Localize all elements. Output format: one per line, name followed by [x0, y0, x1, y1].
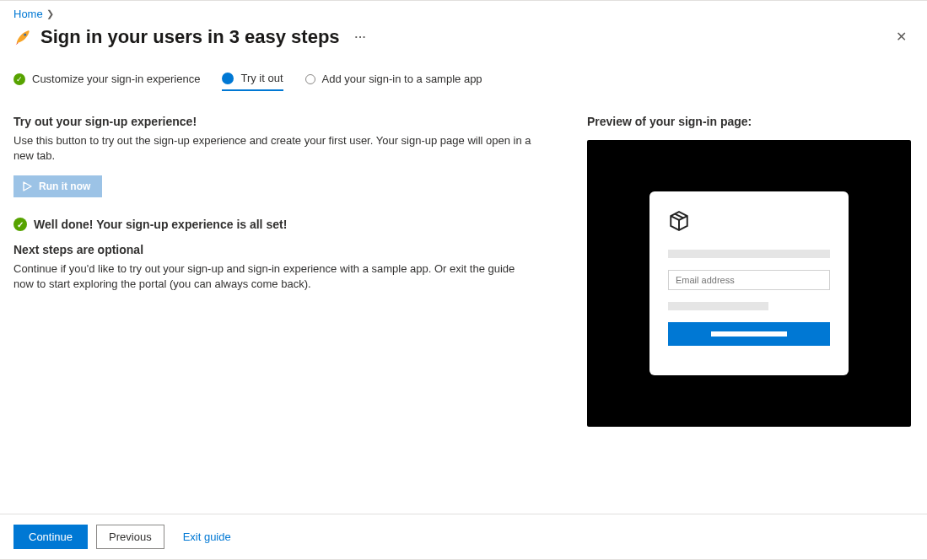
next-steps-heading: Next steps are optional	[13, 243, 536, 256]
svg-point-0	[24, 33, 26, 35]
step-customize[interactable]: ✓ Customize your sign-in experience	[13, 73, 200, 90]
breadcrumb-home[interactable]: Home	[13, 8, 43, 20]
preview-frame	[587, 140, 911, 427]
step-add-sample-app[interactable]: Add your sign-in to a sample app	[305, 73, 482, 90]
package-icon	[668, 210, 830, 234]
rocket-icon	[13, 28, 32, 46]
previous-button[interactable]: Previous	[96, 525, 164, 549]
check-icon: ✓	[13, 73, 25, 85]
success-text: Well done! Your sign-up experience is al…	[34, 218, 287, 231]
success-message: ✓ Well done! Your sign-up experience is …	[13, 218, 536, 231]
button-label-placeholder	[711, 331, 787, 337]
step-label: Try it out	[240, 72, 283, 84]
placeholder-line	[668, 302, 768, 310]
step-label: Customize your sign-in experience	[32, 73, 200, 85]
placeholder-line	[668, 250, 830, 258]
close-icon[interactable]: ✕	[889, 25, 914, 48]
page-title: Sign in your users in 3 easy steps	[40, 26, 340, 48]
wizard-steps: ✓ Customize your sign-in experience Try …	[13, 72, 914, 91]
tryout-heading: Try out your sign-up experience!	[13, 115, 536, 128]
breadcrumb: Home ❯	[13, 8, 914, 20]
preview-heading: Preview of your sign-in page:	[587, 115, 914, 128]
chevron-right-icon: ❯	[46, 8, 54, 19]
signin-submit-button[interactable]	[668, 322, 830, 346]
next-steps-description: Continue if you'd like to try out your s…	[13, 261, 536, 292]
current-step-icon	[222, 73, 234, 84]
success-check-icon: ✓	[13, 218, 27, 231]
run-button-label: Run it now	[39, 180, 90, 192]
exit-guide-link[interactable]: Exit guide	[178, 530, 236, 544]
continue-button[interactable]: Continue	[13, 525, 88, 549]
signin-card	[649, 191, 849, 375]
email-field[interactable]	[668, 270, 830, 290]
todo-step-icon	[305, 74, 315, 84]
step-label: Add your sign-in to a sample app	[322, 73, 482, 85]
wizard-footer: Continue Previous Exit guide	[0, 514, 927, 559]
tryout-description: Use this button to try out the sign-up e…	[13, 133, 536, 164]
play-icon	[22, 181, 32, 191]
step-try-it-out[interactable]: Try it out	[222, 72, 283, 91]
svg-marker-1	[24, 182, 31, 191]
run-it-now-button[interactable]: Run it now	[13, 175, 102, 197]
more-icon[interactable]: ···	[355, 30, 367, 43]
